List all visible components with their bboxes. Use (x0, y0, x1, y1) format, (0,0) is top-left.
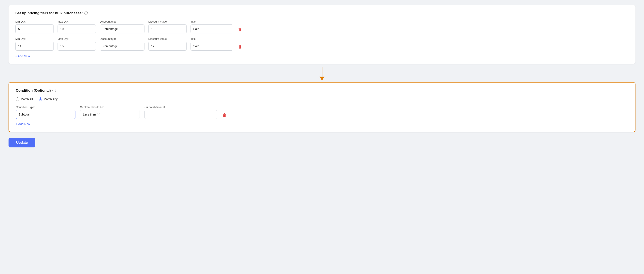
update-label: Update (16, 141, 28, 144)
title-input-1[interactable] (190, 24, 233, 33)
subtotal-amount-label: Subtotal Amount: (144, 106, 217, 109)
discount-value-label-1: Discount Value: (148, 20, 187, 23)
min-qty-col-2: Min Qty: (15, 37, 54, 51)
condition-info-icon: i (52, 89, 56, 92)
pricing-tiers-card: Set up pricing tiers for bulk purchases:… (8, 5, 636, 64)
discount-value-col-2: Discount Value: (148, 37, 187, 51)
discount-value-label-2: Discount Value: (148, 37, 187, 40)
condition-type-select[interactable]: Subtotal Quantity Weight (16, 110, 76, 119)
discount-type-label-1: Discount type: (100, 20, 144, 23)
footer-row: Update (8, 138, 636, 147)
match-all-radio[interactable] (16, 97, 19, 101)
discount-type-col-1: Discount type: Percentage Fixed (100, 20, 144, 33)
pricing-add-new-button[interactable]: + Add New (15, 54, 30, 58)
pricing-row-1: Min Qty: Max Qty: Discount type: Percent… (15, 20, 629, 33)
title-input-2[interactable] (190, 42, 233, 51)
condition-add-new-label: + Add New (16, 122, 30, 126)
pricing-info-icon: i (84, 11, 88, 15)
title-label-2: Title: (190, 37, 233, 40)
subtotal-should-label: Subtotal should be: (80, 106, 140, 109)
subtotal-amount-col: Subtotal Amount: (144, 106, 217, 119)
condition-fields-row: Condition Type: Subtotal Quantity Weight… (16, 106, 628, 119)
down-arrow (320, 67, 324, 80)
max-qty-input-2[interactable] (58, 42, 96, 51)
delete-row-1-icon: 🗑 (238, 27, 242, 32)
discount-value-input-2[interactable] (148, 42, 187, 51)
discount-type-label-2: Discount type: (100, 37, 144, 40)
delete-condition-button[interactable]: 🗑 (222, 113, 228, 118)
match-all-label-text: Match All (21, 97, 33, 101)
delete-row-2-button[interactable]: 🗑 (237, 44, 243, 49)
match-radio-group: Match All Match Any (16, 97, 628, 101)
discount-type-select-1[interactable]: Percentage Fixed (100, 24, 144, 33)
arrow-shaft (322, 67, 322, 77)
discount-value-input-1[interactable] (148, 24, 187, 33)
condition-title-text: Condition (Optional) (16, 89, 51, 93)
min-qty-label-1: Min Qty: (15, 20, 54, 23)
update-button[interactable]: Update (8, 138, 36, 147)
title-col-2: Title: (190, 37, 233, 51)
arrow-container (8, 64, 636, 82)
title-label-1: Title: (190, 20, 233, 23)
max-qty-input-1[interactable] (58, 24, 96, 33)
delete-row-2-icon: 🗑 (238, 44, 242, 49)
condition-type-col: Condition Type: Subtotal Quantity Weight (16, 106, 76, 119)
condition-type-label: Condition Type: (16, 106, 76, 109)
subtotal-should-col: Subtotal should be: Less then (<) Greate… (80, 106, 140, 119)
min-qty-label-2: Min Qty: (15, 37, 54, 40)
match-any-radio[interactable] (39, 97, 42, 101)
max-qty-label-2: Max Qty: (58, 37, 96, 40)
max-qty-col-1: Max Qty: (58, 20, 96, 33)
match-all-radio-label[interactable]: Match All (16, 97, 33, 101)
max-qty-label-1: Max Qty: (58, 20, 96, 23)
max-qty-col-2: Max Qty: (58, 37, 96, 51)
match-any-radio-label[interactable]: Match Any (39, 97, 58, 101)
condition-card: Condition (Optional) i Match All Match A… (8, 82, 636, 132)
condition-add-new-button[interactable]: + Add New (16, 122, 30, 126)
title-col-1: Title: (190, 20, 233, 33)
discount-type-col-2: Discount type: Percentage Fixed (100, 37, 144, 51)
delete-condition-icon: 🗑 (222, 113, 227, 118)
discount-type-select-2[interactable]: Percentage Fixed (100, 42, 144, 51)
subtotal-should-select[interactable]: Less then (<) Greater than (>) Equal to … (80, 110, 140, 119)
delete-row-1-button[interactable]: 🗑 (237, 27, 243, 32)
min-qty-input-1[interactable] (15, 24, 54, 33)
condition-title: Condition (Optional) i (16, 89, 628, 93)
pricing-title-text: Set up pricing tiers for bulk purchases: (15, 11, 83, 15)
pricing-add-new-label: + Add New (15, 54, 30, 58)
pricing-row-2: Min Qty: Max Qty: Discount type: Percent… (15, 37, 629, 51)
arrow-head (320, 77, 324, 80)
match-any-label-text: Match Any (44, 97, 58, 101)
pricing-title: Set up pricing tiers for bulk purchases:… (15, 11, 629, 15)
subtotal-amount-input[interactable] (144, 110, 217, 119)
min-qty-col-1: Min Qty: (15, 20, 54, 33)
discount-value-col-1: Discount Value: (148, 20, 187, 33)
min-qty-input-2[interactable] (15, 42, 54, 51)
